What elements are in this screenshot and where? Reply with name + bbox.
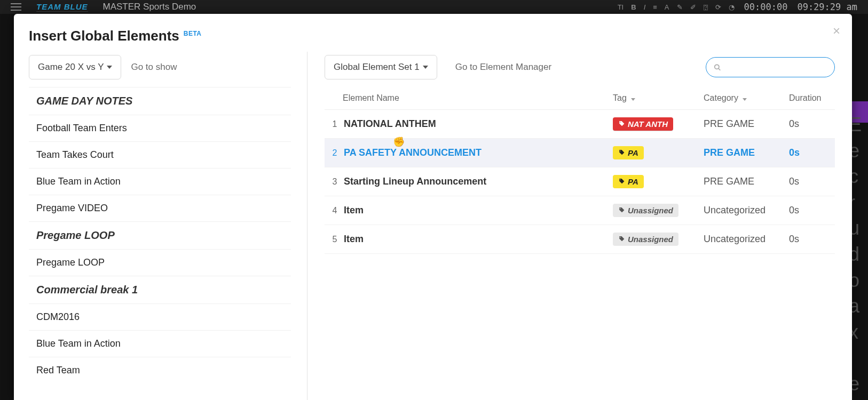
menu-icon[interactable] (11, 3, 21, 11)
clock-display: 09:29:29 am (797, 2, 857, 12)
pencil-icon[interactable]: ✐ (690, 3, 696, 11)
timer-display: 00:00:00 (744, 2, 788, 12)
tag-icon (618, 236, 625, 243)
tag-label: NAT ANTH (628, 119, 668, 129)
tag-pill[interactable]: PA (613, 146, 644, 159)
tag-label: Unassigned (628, 206, 673, 215)
show-selector-dropdown[interactable]: Game 20 X vs Y (29, 55, 121, 79)
row-element-name: Item (343, 205, 613, 216)
element-row[interactable]: 3Starting Lineup AnnouncementPAPRE GAME0… (325, 167, 835, 196)
script-item[interactable]: Blue Team in Action (29, 168, 291, 195)
row-number: 2 (327, 148, 343, 158)
elements-table-header: Element Name Tag Category Duration (325, 87, 835, 110)
script-item[interactable]: Blue Team in Action (29, 330, 291, 357)
svg-point-0 (715, 65, 719, 69)
tag-icon (618, 121, 625, 127)
align-icon[interactable]: ≡ (653, 3, 657, 11)
search-input[interactable] (725, 63, 827, 72)
clock-icon[interactable]: ◔ (729, 3, 735, 11)
row-duration: 0s (789, 176, 831, 187)
go-to-show-link[interactable]: Go to show (131, 62, 177, 73)
topbar: TEAM BLUE MASTER Sports Demo TI B I ≡ A … (0, 0, 868, 14)
col-tag[interactable]: Tag (613, 93, 704, 103)
row-tag-cell: PA (613, 175, 704, 188)
project-title: MASTER Sports Demo (103, 2, 196, 12)
tag-label: PA (628, 148, 638, 157)
tag-icon (618, 207, 625, 214)
italic-icon[interactable]: I (644, 3, 646, 11)
tag-label: Unassigned (628, 235, 673, 244)
tag-pill[interactable]: PA (613, 175, 644, 188)
tag-icon (618, 149, 625, 156)
svg-line-1 (719, 68, 721, 70)
row-number: 5 (327, 235, 343, 244)
text-ti-icon[interactable]: TI (618, 3, 624, 11)
row-tag-cell: NAT ANTH (613, 117, 704, 131)
row-tag-cell: Unassigned (613, 233, 704, 246)
elements-table-body: 1NATIONAL ANTHEMNAT ANTHPRE GAME0s2PA SA… (325, 110, 835, 254)
script-item[interactable]: Team Takes Court (29, 141, 291, 168)
chevron-down-icon (107, 66, 112, 69)
font-icon[interactable]: A (665, 3, 669, 11)
row-duration: 0s (789, 205, 831, 216)
script-group-header: Pregame LOOP (29, 221, 291, 249)
toolbar-format-icons: TI B I ≡ A ✎ ✐ ⍰ ⟳ ◔ (618, 3, 735, 11)
row-category: PRE GAME (704, 147, 789, 158)
element-row[interactable]: 2PA SAFETY ANNOUNCEMENTPAPRE GAME0s (325, 139, 835, 167)
tag-icon (618, 178, 625, 185)
brand-logo: TEAM BLUE (36, 2, 88, 12)
element-row[interactable]: 4ItemUnassignedUncategorized0s (325, 196, 835, 225)
row-duration: 0s (789, 147, 831, 158)
col-category-label: Category (704, 93, 738, 102)
search-icon (714, 63, 721, 71)
script-item[interactable]: Pregame VIDEO (29, 195, 291, 221)
col-tag-label: Tag (613, 93, 627, 102)
image-icon[interactable]: ⍰ (704, 3, 708, 11)
script-list: GAME DAY NOTESFootball Team EntersTeam T… (29, 87, 291, 383)
row-duration: 0s (789, 234, 831, 245)
tag-pill[interactable]: Unassigned (613, 204, 678, 217)
show-selector-label: Game 20 X vs Y (38, 62, 104, 73)
insert-global-elements-modal: × Insert Global Elements BETA Game 20 X … (14, 14, 852, 400)
elements-pane: Global Element Set 1 Go to Element Manag… (307, 52, 835, 400)
go-to-element-manager-link[interactable]: Go to Element Manager (455, 62, 551, 73)
script-group-header: Commercial break 1 (29, 276, 291, 303)
element-row[interactable]: 5ItemUnassignedUncategorized0s (325, 225, 835, 254)
script-item[interactable]: Pregame LOOP (29, 249, 291, 276)
col-element-name[interactable]: Element Name (343, 93, 613, 103)
element-row[interactable]: 1NATIONAL ANTHEMNAT ANTHPRE GAME0s (325, 110, 835, 139)
row-category: Uncategorized (704, 234, 789, 245)
refresh-icon[interactable]: ⟳ (715, 3, 721, 11)
row-element-name: PA SAFETY ANNOUNCEMENT (343, 147, 613, 158)
row-duration: 0s (789, 118, 831, 130)
tag-label: PA (628, 177, 638, 186)
script-item[interactable]: Football Team Enters (29, 115, 291, 141)
bold-icon[interactable]: B (631, 3, 636, 11)
row-category: PRE GAME (704, 118, 789, 130)
row-category: Uncategorized (704, 205, 789, 216)
row-category: PRE GAME (704, 176, 789, 187)
element-set-dropdown[interactable]: Global Element Set 1 (325, 55, 437, 79)
chevron-down-icon (423, 66, 428, 69)
tag-pill[interactable]: NAT ANTH (613, 117, 673, 131)
row-number: 3 (327, 177, 343, 187)
pen-icon[interactable]: ✎ (677, 3, 683, 11)
chevron-down-icon (631, 98, 635, 101)
script-group-header: GAME DAY NOTES (29, 87, 291, 115)
show-script-pane: Game 20 X vs Y Go to show GAME DAY NOTES… (29, 52, 307, 400)
row-number: 4 (327, 206, 343, 215)
row-element-name: Starting Lineup Announcement (343, 176, 613, 187)
row-element-name: Item (343, 234, 613, 245)
script-item[interactable]: Red Team (29, 357, 291, 383)
tag-pill[interactable]: Unassigned (613, 233, 678, 246)
script-item[interactable]: CDM2016 (29, 303, 291, 330)
col-duration[interactable]: Duration (789, 93, 831, 103)
search-box[interactable] (706, 57, 835, 77)
row-tag-cell: PA (613, 146, 704, 159)
row-element-name: NATIONAL ANTHEM (343, 118, 613, 130)
close-icon[interactable]: × (833, 25, 840, 37)
row-tag-cell: Unassigned (613, 204, 704, 217)
chevron-down-icon (743, 98, 747, 101)
col-category[interactable]: Category (704, 93, 789, 103)
element-set-label: Global Element Set 1 (334, 62, 420, 73)
